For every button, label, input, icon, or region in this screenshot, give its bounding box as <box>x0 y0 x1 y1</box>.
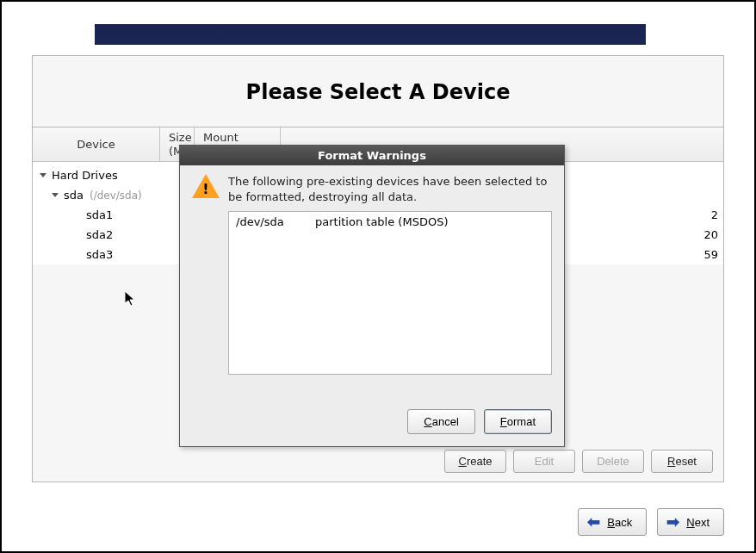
chevron-down-icon[interactable] <box>40 173 46 177</box>
cancel-button[interactable]: Cancel <box>407 409 474 434</box>
dialog-actions: Cancel Format <box>192 409 552 434</box>
arrow-right-icon: ➡ <box>666 514 679 530</box>
arrow-left-icon: ⬅ <box>587 514 600 530</box>
format-button[interactable]: Format <box>484 409 552 434</box>
list-item[interactable]: /dev/sda partition table (MSDOS) <box>236 215 544 228</box>
warning-icon <box>192 174 220 202</box>
dialog-title: Format Warnings <box>180 146 564 165</box>
chevron-down-icon[interactable] <box>52 193 59 197</box>
dialog-body: The following pre-existing devices have … <box>180 165 564 446</box>
col-device[interactable]: Device <box>33 127 160 161</box>
page-title: Please Select A Device <box>33 56 723 127</box>
format-warnings-dialog: Format Warnings The following pre-existi… <box>179 145 565 447</box>
create-button[interactable]: Create <box>444 450 506 473</box>
edit-button: Edit <box>513 450 575 473</box>
next-button[interactable]: ➡ Next <box>657 508 724 536</box>
action-row: Create Edit Delete Reset <box>444 450 713 473</box>
installer-window: Please Select A Device Device Size (M Mo… <box>2 2 754 551</box>
top-banner <box>95 24 646 45</box>
back-button[interactable]: ⬅ Back <box>578 508 647 536</box>
delete-button: Delete <box>582 450 644 473</box>
dialog-device-list[interactable]: /dev/sda partition table (MSDOS) <box>228 211 552 375</box>
nav-row: ⬅ Back ➡ Next <box>578 508 724 536</box>
dialog-message: The following pre-existing devices have … <box>228 174 552 204</box>
reset-button[interactable]: Reset <box>651 450 713 473</box>
